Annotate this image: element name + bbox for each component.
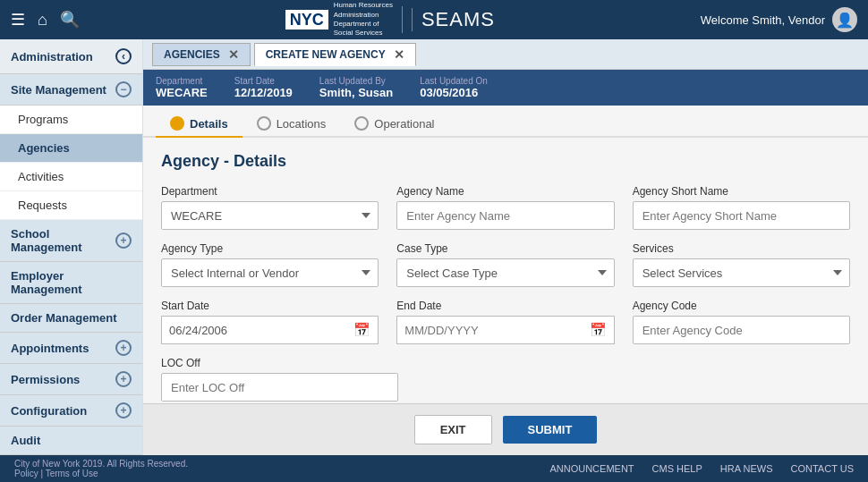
operational-circle — [354, 116, 369, 131]
sidebar-permissions[interactable]: Permissions + — [0, 364, 142, 395]
home-icon[interactable]: ⌂ — [38, 11, 47, 30]
tabs-bar: AGENCIES ✕ CREATE NEW AGENCY ✕ — [143, 39, 868, 70]
form-group-agency-name: Agency Name — [396, 185, 614, 230]
action-bar: EXIT SUBMIT — [143, 403, 868, 455]
expand-school-icon[interactable]: + — [115, 233, 132, 249]
sidebar: Administration ‹ Site Management − Progr… — [0, 39, 143, 455]
case-type-select[interactable]: Select Case Type — [396, 258, 614, 287]
agency-name-input[interactable] — [396, 201, 614, 230]
end-date-container: 📅 — [396, 316, 614, 344]
start-date-input[interactable] — [169, 324, 348, 337]
hra-text: Human ResourcesAdministrationDepartment … — [334, 1, 393, 38]
hamburger-icon[interactable]: ☰ — [11, 10, 25, 30]
tab-agencies[interactable]: AGENCIES ✕ — [152, 43, 251, 66]
department-label: Department — [161, 185, 379, 198]
sub-tab-operational[interactable]: Operational — [340, 111, 448, 138]
footer-link-hra-news[interactable]: HRA NEWS — [720, 463, 773, 474]
collapse-icon[interactable]: ‹ — [115, 48, 132, 64]
end-date-calendar-icon[interactable]: 📅 — [590, 322, 607, 338]
form-group-end-date: End Date 📅 — [396, 300, 614, 344]
form-row-3: Start Date 📅 End Date 📅 Agency Code — [161, 300, 850, 344]
agency-short-name-label: Agency Short Name — [633, 185, 850, 198]
sidebar-audit[interactable]: Audit — [0, 427, 142, 455]
nyc-logo-text: NYC — [285, 10, 328, 30]
nyc-logo: NYC Human ResourcesAdministrationDepartm… — [285, 1, 393, 38]
form-row-1: Department WECARE Agency Name Agency Sho… — [161, 185, 850, 230]
form-group-case-type: Case Type Select Case Type — [396, 242, 614, 287]
tab-create-close[interactable]: ✕ — [394, 47, 404, 62]
info-last-updated-on: Last Updated On 03/05/2016 — [420, 76, 488, 99]
start-date-calendar-icon[interactable]: 📅 — [353, 322, 370, 338]
expand-site-icon[interactable]: − — [115, 81, 132, 97]
department-select[interactable]: WECARE — [161, 201, 379, 230]
sidebar-employer-management[interactable]: Employer Management — [0, 262, 142, 304]
app-title: SEAMS — [412, 8, 495, 31]
expand-config-icon[interactable]: + — [115, 402, 132, 419]
form-group-department: Department WECARE — [161, 185, 379, 230]
form-group-agency-type: Agency Type Select Internal or Vendor — [161, 242, 379, 287]
form-title: Agency - Details — [161, 152, 850, 171]
tab-create-new-agency[interactable]: CREATE NEW AGENCY ✕ — [254, 43, 416, 66]
submit-button[interactable]: SUBMIT — [503, 416, 598, 444]
sidebar-administration[interactable]: Administration ‹ — [0, 39, 142, 74]
footer: City of New York 2019. All Rights Reserv… — [0, 455, 868, 482]
loc-off-label: LOC Off — [161, 357, 398, 369]
footer-link-cms-help[interactable]: CMS HELP — [652, 463, 702, 474]
sidebar-appointments[interactable]: Appointments + — [0, 333, 142, 364]
agency-type-select[interactable]: Select Internal or Vendor — [161, 258, 379, 287]
end-date-label: End Date — [396, 300, 614, 312]
services-label: Services — [633, 242, 850, 255]
footer-left: City of New York 2019. All Rights Reserv… — [14, 459, 188, 478]
sidebar-item-activities[interactable]: Activities — [0, 163, 142, 191]
search-icon[interactable]: 🔍 — [60, 10, 80, 30]
sub-tab-locations[interactable]: Locations — [243, 111, 341, 138]
start-date-label: Start Date — [161, 300, 379, 312]
case-type-label: Case Type — [396, 242, 614, 255]
info-bar: Department WECARE Start Date 12/12/2019 … — [143, 70, 868, 106]
expand-appointments-icon[interactable]: + — [115, 340, 132, 356]
agency-code-input[interactable] — [633, 316, 850, 344]
expand-permissions-icon[interactable]: + — [115, 371, 132, 387]
form-row-4: LOC Off — [161, 357, 850, 402]
details-circle — [170, 116, 184, 131]
agency-type-label: Agency Type — [161, 242, 379, 255]
info-last-updated-by: Last Updated By Smith, Susan — [319, 76, 393, 99]
form-area: Agency - Details Department WECARE Agenc… — [143, 138, 868, 403]
form-group-agency-short-name: Agency Short Name — [633, 185, 850, 230]
sidebar-item-requests[interactable]: Requests — [0, 191, 142, 220]
end-date-input[interactable] — [404, 324, 583, 337]
sub-tabs: Details Locations Operational — [143, 106, 868, 138]
sidebar-school-management[interactable]: School Management + — [0, 220, 142, 262]
footer-link-contact-us[interactable]: CONTACT US — [791, 463, 855, 474]
info-start-date: Start Date 12/12/2019 — [234, 76, 293, 99]
form-group-loc-off: LOC Off — [161, 357, 398, 402]
form-group-agency-code: Agency Code — [633, 300, 850, 344]
loc-off-input[interactable] — [161, 373, 398, 402]
user-avatar[interactable]: 👤 — [832, 7, 857, 32]
footer-links: ANNOUNCEMENT CMS HELP HRA NEWS CONTACT U… — [549, 463, 854, 474]
start-date-container: 📅 — [161, 316, 379, 344]
exit-button[interactable]: EXIT — [414, 415, 492, 444]
agency-name-label: Agency Name — [396, 185, 614, 198]
form-group-services: Services Select Services — [633, 242, 850, 287]
footer-link-announcement[interactable]: ANNOUNCEMENT — [549, 463, 634, 474]
sidebar-item-programs[interactable]: Programs — [0, 106, 142, 134]
form-row-2: Agency Type Select Internal or Vendor Ca… — [161, 242, 850, 287]
info-department: Department WECARE — [156, 76, 208, 99]
sidebar-item-agencies[interactable]: Agencies — [0, 134, 142, 163]
sub-tab-details[interactable]: Details — [156, 111, 243, 138]
form-group-start-date: Start Date 📅 — [161, 300, 379, 344]
welcome-text: Welcome Smith, Vendor — [701, 13, 825, 27]
sidebar-order-management[interactable]: Order Management — [0, 304, 142, 333]
sidebar-site-management[interactable]: Site Management − — [0, 74, 142, 106]
sidebar-configuration[interactable]: Configuration + — [0, 395, 142, 427]
locations-circle — [257, 116, 271, 131]
agency-code-label: Agency Code — [633, 300, 850, 312]
tab-agencies-close[interactable]: ✕ — [228, 47, 239, 62]
services-select[interactable]: Select Services — [633, 258, 850, 287]
agency-short-name-input[interactable] — [633, 201, 850, 230]
